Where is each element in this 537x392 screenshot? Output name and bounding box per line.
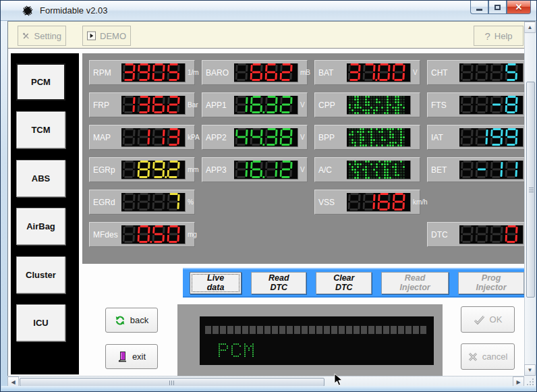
marquee-block: [346, 326, 352, 334]
sidebar-item-cluster[interactable]: Cluster: [16, 256, 65, 293]
setting-label: Setting: [34, 31, 61, 41]
back-label: back: [130, 315, 148, 325]
demo-label: DEMO: [100, 31, 126, 41]
panel-unit-egrd: %: [188, 198, 194, 206]
seven-segment-digit: [235, 161, 250, 178]
led-display-bat: [347, 63, 411, 82]
panel-unit-bat: V: [413, 69, 418, 76]
action-prog-injector[interactable]: Prog Injector: [458, 272, 524, 294]
marquee-char: [219, 343, 228, 357]
dot-matrix: [348, 96, 405, 115]
seven-segment-digit: [505, 96, 520, 113]
seven-segment-digit: [264, 63, 280, 81]
close-button[interactable]: ✕: [507, 1, 531, 14]
led-display-cht: [459, 63, 524, 82]
dot-matrix: [348, 161, 405, 179]
minimize-button[interactable]: [470, 1, 488, 14]
sidebar-item-icu[interactable]: ICU: [16, 304, 65, 341]
vertical-scrollbar[interactable]: ▲ ▼: [524, 22, 536, 376]
panel-egrp: EGRpmm: [89, 157, 195, 182]
marquee-unlit-row: [205, 326, 426, 334]
scroll-down-button[interactable]: ▼: [524, 364, 536, 376]
seven-segment-digit: [122, 96, 138, 113]
seven-segment-digit: [264, 96, 280, 113]
seven-segment-digit: [347, 63, 363, 81]
back-button[interactable]: back: [105, 308, 158, 333]
seven-segment-digit: [235, 63, 250, 81]
action-read-injector[interactable]: Read Injector: [381, 272, 449, 294]
action-read-dtc[interactable]: Read DTC: [251, 272, 306, 294]
marquee-block: [242, 326, 248, 334]
panel-app2: APP2V: [202, 125, 308, 150]
module-sidebar: PCMTCMABSAirBagClusterICU: [11, 53, 79, 374]
seven-segment-digit: [264, 128, 280, 146]
exit-button[interactable]: exit: [105, 344, 158, 369]
action-clear-dtc[interactable]: Clear DTC: [316, 272, 372, 294]
panel-label-rpm: RPM: [93, 68, 121, 78]
led-display-bpp: [347, 128, 411, 147]
seven-segment-digit: [152, 193, 167, 211]
marquee-block: [361, 326, 367, 334]
seven-segment-digit: [362, 63, 378, 81]
seven-segment-digit: [490, 96, 505, 113]
marquee-block: [257, 326, 263, 334]
seven-segment-digit: [279, 161, 295, 178]
seven-segment-digit: [235, 96, 250, 113]
seven-segment-digit: [152, 128, 167, 146]
setting-button[interactable]: Setting: [18, 26, 66, 46]
seven-segment-digit: [460, 225, 476, 243]
cancel-button[interactable]: cancel: [461, 343, 515, 370]
live-data-panel-area: RPM1/mBAROmBBATVCHT°FRPBarAPP1VCPPFTS°MA…: [82, 53, 524, 264]
dot-matrix: [348, 128, 405, 147]
marquee-block: [205, 326, 211, 334]
marquee-block: [235, 326, 241, 334]
marquee-block: [413, 326, 419, 334]
panel-unit-frp: Bar: [188, 101, 198, 109]
sidebar-item-abs[interactable]: ABS: [16, 160, 65, 197]
sidebar-item-tcm[interactable]: TCM: [16, 111, 65, 148]
sidebar-item-pcm[interactable]: PCM: [16, 63, 65, 101]
marquee-char: [231, 343, 241, 357]
seven-segment-digit: [505, 63, 520, 81]
seven-segment-digit: [137, 161, 152, 178]
seven-segment-digit: [475, 63, 490, 81]
seven-segment-digit: [167, 193, 182, 211]
tools-icon: [22, 31, 30, 41]
marquee-block: [272, 326, 278, 334]
marquee-block: [294, 326, 300, 334]
vertical-scroll-thumb[interactable]: [526, 82, 535, 298]
cancel-label: cancel: [482, 352, 508, 362]
marquee-block: [324, 326, 330, 334]
seven-segment-digit: [152, 161, 167, 178]
ok-button[interactable]: OK: [461, 306, 515, 333]
marquee-block: [405, 326, 412, 334]
panel-label-map: MAP: [93, 133, 121, 142]
titlebar: Formidable v2.03 ✕: [1, 1, 536, 21]
seven-segment-digit: [137, 225, 152, 243]
panel-label-egrp: EGRp: [93, 165, 121, 175]
action-live-data[interactable]: Live data: [190, 272, 242, 294]
maximize-button[interactable]: [488, 1, 507, 14]
seven-segment-digit: [152, 225, 167, 243]
seven-segment-digit: [152, 63, 167, 81]
seven-segment-digit: [490, 225, 505, 243]
marquee-block: [331, 326, 337, 334]
scroll-up-button[interactable]: ▲: [524, 22, 536, 33]
panel-bpp: BPP: [314, 125, 420, 150]
demo-button[interactable]: DEMO: [82, 26, 131, 46]
seven-segment-digit: [279, 96, 295, 113]
marquee-display: [200, 316, 434, 365]
marquee-block: [220, 326, 226, 334]
help-button[interactable]: ? Help: [474, 26, 524, 46]
caption-buttons: ✕: [470, 1, 531, 14]
x-icon: [468, 352, 478, 362]
panel-label-cpp: CPP: [318, 101, 347, 110]
panel-unit-egrp: mm: [188, 166, 199, 173]
sidebar-item-airbag[interactable]: AirBag: [16, 208, 65, 245]
marquee-block: [398, 326, 404, 334]
panel-unit-app3: V: [300, 166, 305, 173]
marquee-block: [302, 326, 308, 334]
panel-label-vss: VSS: [318, 198, 347, 207]
led-display-frp: [121, 96, 186, 115]
panel-unit-vss: km/h: [413, 198, 428, 206]
